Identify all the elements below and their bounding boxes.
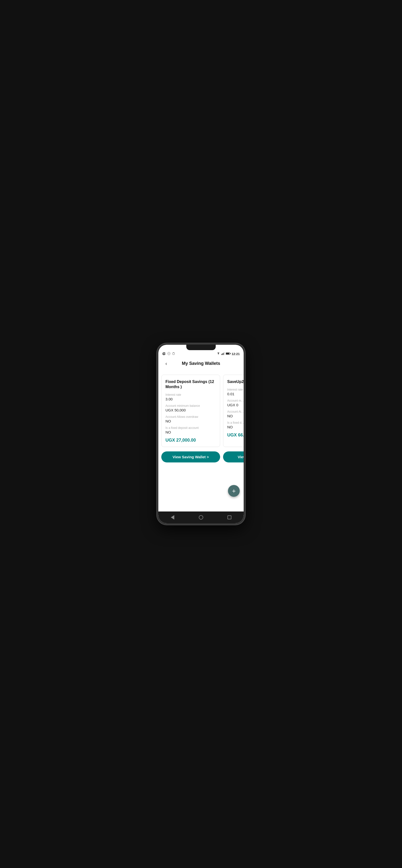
- wallet-name-2: SaveUp2: [227, 379, 244, 384]
- min-balance-label-1: Account minimum balance: [165, 404, 216, 407]
- interest-rate-group-2: Interest rate 0.01: [227, 388, 244, 396]
- status-left: [162, 352, 175, 356]
- view-wallet-button-2[interactable]: View S...: [223, 452, 244, 462]
- wallet-card-2: SaveUp2 Interest rate 0.01 Account m... …: [223, 375, 244, 447]
- min-balance-value-2: UGX 0: [227, 403, 244, 407]
- fixed-deposit-group-2: Is a fixed d... NO: [227, 421, 244, 429]
- recents-square-icon: [227, 516, 231, 519]
- balance-amount-1: UGX 27,000.00: [165, 438, 216, 443]
- svg-rect-4: [173, 352, 174, 353]
- battery-icon: [226, 351, 231, 356]
- settings-icon: [162, 352, 166, 356]
- overdraw-label-1: Account Allows overdraw: [165, 415, 216, 418]
- overdraw-group-2: Account Al... NO: [227, 410, 244, 418]
- overdraw-label-2: Account Al...: [227, 410, 244, 413]
- fixed-deposit-group-1: Is a fixed deposit account NO: [165, 426, 216, 434]
- min-balance-label-2: Account m...: [227, 399, 244, 402]
- back-triangle-icon: [171, 515, 174, 520]
- nav-recents-button[interactable]: [224, 513, 234, 522]
- svg-rect-11: [230, 353, 231, 354]
- fixed-deposit-label-1: Is a fixed deposit account: [165, 426, 216, 430]
- svg-rect-10: [226, 353, 229, 354]
- globe-icon: [167, 352, 171, 356]
- buttons-row: View Saving Wallet > View S...: [158, 449, 244, 465]
- wallet-name-1: Fixed Deposit Savings (12 Months ): [165, 379, 216, 390]
- wallets-scroll-container[interactable]: Fixed Deposit Savings (12 Months ) Inter…: [158, 373, 244, 449]
- svg-rect-7: [223, 353, 223, 355]
- status-right: 12:21: [216, 351, 240, 356]
- overdraw-value-2: NO: [227, 414, 244, 418]
- fixed-deposit-value-2: NO: [227, 425, 244, 429]
- app-header: ‹ My Saving Wallets: [158, 358, 244, 370]
- svg-rect-8: [224, 352, 224, 355]
- interest-rate-group-1: Interest rate 3.00: [165, 393, 216, 401]
- phone-shell: 12:21 ‹ My Saving Wallets Fixed Deposit …: [157, 343, 245, 525]
- svg-rect-6: [222, 353, 223, 355]
- signal-icon: [221, 351, 225, 356]
- interest-rate-value-1: 3.00: [165, 397, 216, 401]
- svg-rect-3: [173, 352, 175, 355]
- status-time: 12:21: [231, 352, 240, 356]
- status-bar: 12:21: [158, 345, 244, 358]
- fixed-deposit-label-2: Is a fixed d...: [227, 421, 244, 425]
- min-balance-group-2: Account m... UGX 0: [227, 399, 244, 407]
- interest-rate-label-1: Interest rate: [165, 393, 216, 397]
- view-wallet-button-1[interactable]: View Saving Wallet >: [161, 452, 220, 462]
- back-button[interactable]: ‹: [162, 360, 170, 367]
- bottom-nav: [158, 512, 244, 523]
- interest-rate-label-2: Interest rate: [227, 388, 244, 391]
- add-wallet-fab[interactable]: +: [228, 485, 240, 497]
- wifi-icon: [216, 351, 220, 356]
- nav-home-button[interactable]: [196, 513, 206, 522]
- fixed-deposit-value-1: NO: [165, 430, 216, 434]
- overdraw-value-1: NO: [165, 419, 216, 423]
- interest-rate-value-2: 0.01: [227, 392, 244, 396]
- balance-amount-2: UGX 66...: [227, 433, 244, 438]
- clipboard-icon: [172, 352, 175, 356]
- wallet-card-1: Fixed Deposit Savings (12 Months ) Inter…: [161, 375, 220, 447]
- home-circle-icon: [199, 515, 203, 520]
- overdraw-group-1: Account Allows overdraw NO: [165, 415, 216, 423]
- screen: 12:21 ‹ My Saving Wallets Fixed Deposit …: [158, 345, 244, 523]
- nav-back-button[interactable]: [168, 513, 178, 522]
- min-balance-value-1: UGX 50,000: [165, 408, 216, 412]
- content-area: Fixed Deposit Savings (12 Months ) Inter…: [158, 370, 244, 512]
- svg-rect-5: [221, 354, 222, 355]
- page-title: My Saving Wallets: [170, 361, 232, 366]
- min-balance-group-1: Account minimum balance UGX 50,000: [165, 404, 216, 412]
- plus-icon: +: [232, 488, 236, 494]
